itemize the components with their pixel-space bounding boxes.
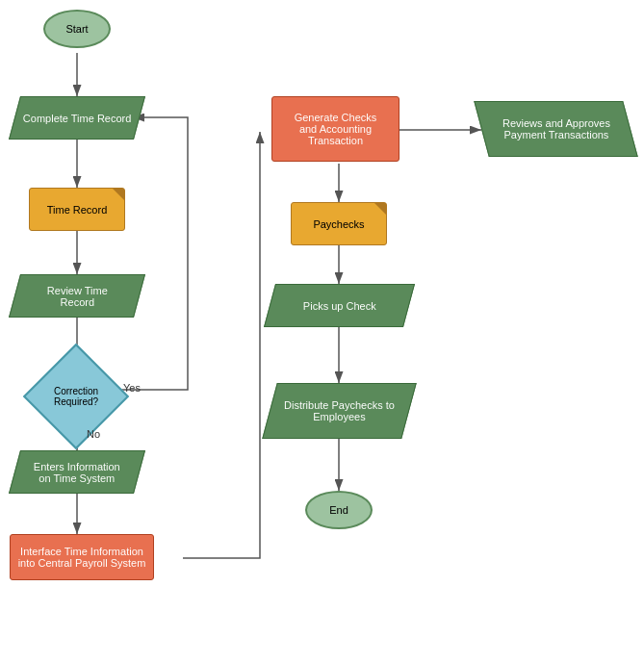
- generate-checks-node: Generate Checksand AccountingTransaction: [271, 96, 399, 162]
- reviews-approves-label: Reviews and ApprovesPayment Transactions: [502, 117, 610, 140]
- no-label: No: [87, 428, 100, 440]
- enters-information-node: Enters Informationon Time System: [9, 450, 145, 494]
- yes-label: Yes: [123, 382, 141, 394]
- complete-time-record-node: Complete Time Record: [9, 96, 145, 140]
- interface-time-label: Interface Time Informationinto Central P…: [18, 546, 146, 569]
- interface-time-node: Interface Time Informationinto Central P…: [10, 534, 154, 580]
- end-node: End: [305, 491, 373, 529]
- time-record-node: Time Record: [29, 188, 125, 231]
- picks-up-check-node: Picks up Check: [264, 284, 415, 327]
- reviews-approves-node: Reviews and ApprovesPayment Transactions: [474, 101, 638, 157]
- generate-checks-label: Generate Checksand AccountingTransaction: [295, 112, 377, 146]
- paychecks-node: Paychecks: [291, 202, 387, 245]
- picks-up-check-label: Picks up Check: [303, 300, 376, 312]
- distribute-paychecks-node: Distribute Paychecks toEmployees: [262, 383, 417, 439]
- start-node: Start: [43, 10, 111, 48]
- enters-information-label: Enters Informationon Time System: [34, 461, 120, 484]
- review-time-record-node: Review TimeRecord: [9, 274, 145, 318]
- correction-required-label: CorrectionRequired?: [54, 386, 98, 407]
- distribute-paychecks-label: Distribute Paychecks toEmployees: [284, 399, 395, 422]
- review-time-record-label: Review TimeRecord: [47, 285, 108, 308]
